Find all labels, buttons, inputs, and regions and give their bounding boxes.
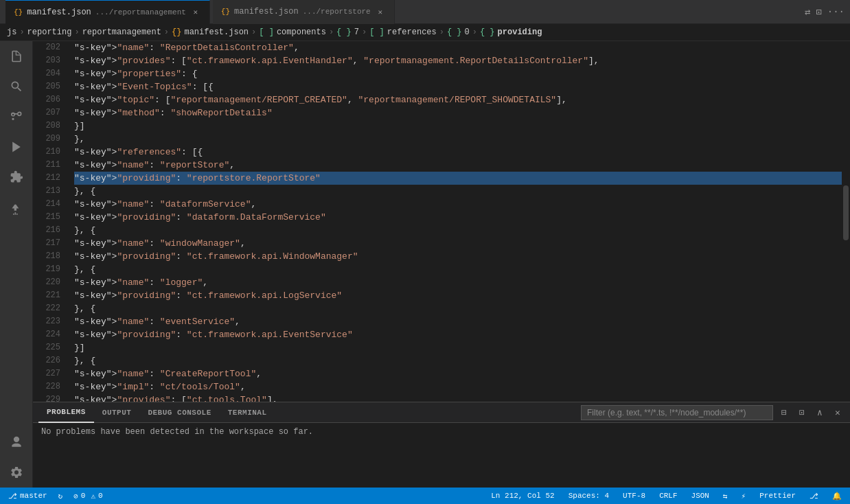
line-number: 205 — [33, 80, 60, 93]
errors-count[interactable]: ⊘ 0 ⚠ 0 — [71, 488, 105, 504]
code-content[interactable]: "s-key">"name": "ReportDetailsController… — [67, 41, 842, 402]
line-number: 214 — [33, 198, 60, 211]
activity-account[interactable] — [7, 433, 26, 452]
breadcrumb-manifest[interactable]: manifest.json — [184, 27, 249, 37]
code-line: "s-key">"impl": "ct/tools/Tool", — [74, 380, 842, 393]
branch-name: master — [20, 492, 47, 500]
scrollbar-track[interactable] — [842, 41, 850, 402]
git-branch[interactable]: ⎇ master — [5, 488, 50, 504]
tab-manifest-reportstore[interactable]: {} manifest.json .../reportstore ✕ — [213, 0, 395, 24]
line-ending[interactable]: CRLF — [656, 488, 680, 504]
tab-problems[interactable]: PROBLEMS — [38, 402, 94, 423]
json-file-icon: {} — [14, 8, 23, 16]
breadcrumb-components[interactable]: components — [277, 27, 326, 37]
tab2-close[interactable]: ✕ — [375, 6, 386, 17]
breadcrumb-references[interactable]: references — [387, 27, 437, 37]
code-line: "s-key">"providing": "ct.framework.api.L… — [74, 289, 842, 302]
code-line: "s-key">"name": "reportStore", — [74, 159, 842, 172]
activity-bar — [0, 41, 33, 488]
breadcrumb-reporting[interactable]: reporting — [27, 27, 72, 37]
position-text: Ln 212, Col 52 — [491, 492, 554, 500]
line-number: 207 — [33, 106, 60, 119]
code-line: }, { — [74, 302, 842, 315]
code-line: }, — [74, 133, 842, 146]
language-text: JSON — [691, 492, 709, 500]
remote-icon[interactable]: ⇄ — [805, 6, 810, 18]
activity-testing[interactable] — [7, 201, 26, 220]
notifications[interactable]: 🔔 — [829, 488, 845, 504]
sync-button[interactable]: ↻ — [56, 488, 66, 504]
code-line: "s-key">"providing": "ct.framework.api.E… — [74, 328, 842, 341]
collapse-icon[interactable]: ∧ — [813, 406, 827, 420]
code-line: "s-key">"provides": ["ct.framework.api.E… — [74, 54, 842, 67]
breadcrumb-providing[interactable]: providing — [498, 27, 542, 37]
line-number: 215 — [33, 211, 60, 224]
line-number: 218 — [33, 250, 60, 263]
activity-extensions[interactable] — [7, 168, 26, 187]
tab-terminal[interactable]: TERMINAL — [220, 402, 275, 423]
breadcrumb-0[interactable]: 0 — [465, 27, 470, 37]
activity-files[interactable] — [7, 47, 26, 66]
code-line: "s-key">"providing": "reportstore.Report… — [74, 172, 842, 185]
error-report-icon: ⚡ — [742, 492, 746, 501]
code-line: "s-key">"provides": ["ct.tools.Tool"], — [74, 393, 842, 402]
spaces-text: Spaces: 4 — [568, 492, 609, 500]
close-panel-icon[interactable]: ✕ — [831, 406, 845, 420]
git-lens[interactable]: ⎇ — [807, 488, 821, 504]
code-line: }] — [74, 119, 842, 133]
tab-debug-console[interactable]: DEBUG CONSOLE — [139, 402, 219, 423]
line-number: 224 — [33, 328, 60, 341]
remote-icon-symbol: ⇆ — [723, 492, 728, 501]
scrollbar-thumb[interactable] — [843, 185, 849, 240]
code-line: "s-key">"method": "showReportDetails" — [74, 106, 842, 119]
line-number: 225 — [33, 341, 60, 354]
formatter-name[interactable]: Prettier — [757, 488, 799, 504]
tab1-close[interactable]: ✕ — [190, 7, 201, 18]
code-line: "s-key">"name": "windowManager", — [74, 237, 842, 250]
line-number: 209 — [33, 133, 60, 146]
line-number: 206 — [33, 93, 60, 106]
tab-manifest-reportmanagement[interactable]: {} manifest.json .../reportmanagement ✕ — [5, 0, 210, 24]
activity-bar-bottom — [7, 433, 26, 482]
activity-search[interactable] — [7, 77, 26, 96]
remote-icon-status[interactable]: ⇆ — [720, 488, 731, 504]
language-mode[interactable]: JSON — [689, 488, 712, 504]
tab-output[interactable]: OUTPUT — [94, 402, 140, 423]
status-right: Ln 212, Col 52 Spaces: 4 UTF-8 CRLF JSON… — [488, 488, 845, 504]
breadcrumb-file-icon: {} — [172, 27, 181, 37]
filter-icon[interactable]: ⊟ — [777, 406, 791, 420]
tab2-path: .../reportstore — [303, 8, 371, 16]
line-number: 204 — [33, 67, 60, 80]
breadcrumb-braces-icon: { } — [480, 27, 495, 37]
line-number: 210 — [33, 146, 60, 159]
json-file-icon2: {} — [221, 8, 230, 16]
line-number: 202 — [33, 41, 60, 54]
encoding-text: UTF-8 — [623, 492, 645, 500]
activity-source-control[interactable] — [7, 107, 26, 126]
editor-area: 2022032042052062072082092102112122132142… — [33, 41, 850, 488]
line-number: 221 — [33, 289, 60, 302]
breadcrumb-js[interactable]: js — [7, 27, 16, 37]
error-report[interactable]: ⚡ — [739, 488, 749, 504]
sync-icon: ↻ — [58, 492, 63, 501]
cursor-position[interactable]: Ln 212, Col 52 — [488, 488, 557, 504]
panel-filter-input[interactable] — [581, 405, 773, 420]
main-layout: 2022032042052062072082092102112122132142… — [0, 41, 850, 488]
code-line: "s-key">"name": "ReportDetailsController… — [74, 41, 842, 54]
notification-icon: 🔔 — [832, 492, 842, 501]
breadcrumb-braces: { } — [336, 27, 352, 37]
activity-settings[interactable] — [7, 463, 26, 482]
breadcrumb-reportmanagement[interactable]: reportmanagement — [82, 27, 161, 37]
activity-run[interactable] — [7, 137, 26, 157]
line-ending-text: CRLF — [659, 492, 677, 500]
indentation[interactable]: Spaces: 4 — [566, 488, 612, 504]
status-bar: ⎇ master ↻ ⊘ 0 ⚠ 0 Ln 212, Col 52 Spaces… — [0, 488, 850, 504]
error-icon: ⊘ — [73, 492, 78, 501]
encoding[interactable]: UTF-8 — [620, 488, 648, 504]
layout-icon[interactable]: ⊡ — [816, 6, 821, 18]
warning-icon: ⚠ — [91, 492, 95, 501]
breadcrumb-7[interactable]: 7 — [354, 27, 359, 37]
split-editor-icon[interactable]: ⊡ — [795, 406, 809, 420]
more-icon[interactable]: ··· — [827, 6, 845, 18]
code-editor[interactable]: 2022032042052062072082092102112122132142… — [33, 41, 850, 402]
